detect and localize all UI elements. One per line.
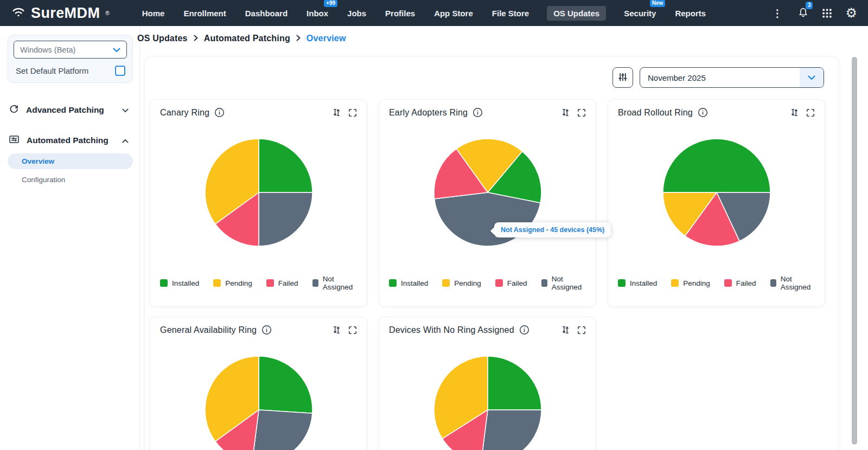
- legend-swatch-installed: [618, 279, 626, 287]
- legend-item-pending: Pending: [671, 275, 710, 291]
- nav-item-security[interactable]: SecurityNew: [623, 6, 657, 21]
- nav-item-reports[interactable]: Reports: [674, 6, 707, 21]
- wifi-logo-icon: [11, 5, 26, 21]
- chart-legend: InstalledPendingFailedNot Assigned: [389, 275, 586, 291]
- nav-item-profiles[interactable]: Profiles: [384, 6, 416, 21]
- pie-slice-installed[interactable]: [663, 139, 770, 192]
- info-icon[interactable]: [261, 325, 272, 335]
- legend-swatch-not-assigned: [770, 279, 776, 287]
- info-icon[interactable]: [214, 107, 225, 118]
- breadcrumb-item-automated-patching[interactable]: Automated Patching: [204, 34, 290, 43]
- fullscreen-icon[interactable]: [577, 326, 586, 335]
- pie-slice-installed[interactable]: [259, 139, 312, 192]
- legend-item-not-assigned: Not Assigned: [312, 275, 357, 291]
- legend-swatch-pending: [442, 279, 450, 287]
- info-icon[interactable]: [519, 325, 529, 335]
- chart-card-actions: [561, 108, 586, 117]
- sidebar-item-automated-patching[interactable]: Automated Patching: [9, 134, 129, 147]
- chart-card-header: Devices With No Ring Assigned: [389, 325, 586, 335]
- slice-tooltip: Not Assigned - 45 devices (45%): [494, 222, 611, 237]
- breadcrumb-separator-icon: [194, 34, 198, 43]
- platform-card: Windows (Beta) Set Default Platform: [8, 35, 133, 83]
- pie-slice-not-assigned[interactable]: [252, 410, 312, 450]
- nav-item-file-store[interactable]: File Store: [491, 6, 530, 21]
- month-select[interactable]: November 2025: [640, 67, 824, 88]
- nav-item-os-updates[interactable]: OS Updates: [547, 6, 606, 21]
- main-panel: November 2025 Canary RingInstalledPendin…: [144, 56, 839, 450]
- sidebar: Windows (Beta) Set Default Platform Adva…: [0, 26, 140, 450]
- pie-chart-area: [618, 138, 815, 247]
- legend-label: Failed: [507, 279, 527, 287]
- legend-item-installed: Installed: [389, 275, 428, 291]
- legend-label: Installed: [630, 279, 657, 287]
- legend-item-pending: Pending: [442, 275, 481, 291]
- chevron-down-icon: [122, 105, 129, 115]
- nav-item-enrollment[interactable]: Enrollment: [182, 6, 227, 21]
- chart-legend: InstalledPendingFailedNot Assigned: [160, 275, 357, 291]
- fullscreen-icon[interactable]: [348, 326, 357, 335]
- pie-chart-area: [160, 138, 357, 247]
- legend-swatch-installed: [389, 279, 397, 287]
- pie-slice-not-assigned[interactable]: [434, 192, 540, 246]
- brand-logo[interactable]: SureMDM®: [11, 5, 110, 22]
- sort-icon[interactable]: [561, 325, 570, 335]
- sort-icon[interactable]: [332, 325, 341, 335]
- fullscreen-icon[interactable]: [577, 108, 586, 117]
- nav-item-app-store[interactable]: App Store: [433, 6, 474, 21]
- set-default-platform-checkbox[interactable]: [115, 66, 125, 76]
- breadcrumb-item-os-updates[interactable]: OS Updates: [137, 34, 188, 43]
- pie-slice-not-assigned[interactable]: [481, 410, 541, 450]
- fullscreen-icon[interactable]: [348, 108, 357, 117]
- sidebar-item-advanced-patching[interactable]: Advanced Patching: [9, 104, 129, 116]
- chart-card-header: Broad Rollout Ring: [618, 107, 815, 118]
- chart-card-devices-with-no-ring-assigned: Devices With No Ring AssignedInstalledPe…: [379, 317, 596, 450]
- more-menu-icon[interactable]: ⋮: [770, 7, 784, 20]
- fullscreen-icon[interactable]: [806, 108, 815, 117]
- legend-swatch-not-assigned: [312, 279, 318, 287]
- scrollbar-thumb[interactable]: [852, 57, 857, 445]
- legend-swatch-not-assigned: [541, 279, 547, 287]
- legend-item-failed: Failed: [266, 275, 298, 291]
- legend-item-pending: Pending: [213, 275, 252, 291]
- pie-chart: [662, 138, 771, 247]
- sidebar-subitem-configuration[interactable]: Configuration: [8, 172, 133, 188]
- settings-gear-icon[interactable]: ⚙: [845, 7, 857, 20]
- legend-label: Pending: [683, 279, 710, 287]
- sort-icon[interactable]: [790, 108, 799, 117]
- registered-mark: ®: [105, 10, 109, 16]
- nav-item-inbox[interactable]: Inbox+99: [305, 6, 329, 21]
- nav-item-dashboard[interactable]: Dashboard: [244, 6, 289, 21]
- legend-swatch-failed: [266, 279, 274, 287]
- apps-grid-icon[interactable]: [822, 8, 832, 18]
- platform-select[interactable]: Windows (Beta): [14, 41, 127, 59]
- chart-card-general-availability-ring: General Availability RingInstalledPendin…: [150, 317, 367, 450]
- month-select-value: November 2025: [640, 73, 706, 82]
- breadcrumb-item-overview[interactable]: Overview: [307, 34, 346, 43]
- legend-label: Pending: [454, 279, 481, 287]
- brand-name: SureMDM: [31, 5, 100, 22]
- nav-item-home[interactable]: Home: [141, 6, 166, 21]
- chart-card-canary-ring: Canary RingInstalledPendingFailedNot Ass…: [150, 99, 367, 307]
- chart-card-actions: [332, 108, 357, 117]
- info-icon[interactable]: [473, 107, 483, 118]
- notifications-button[interactable]: 3: [797, 6, 809, 20]
- pie-chart-area: [160, 356, 357, 450]
- scrollbar-track[interactable]: [852, 54, 857, 450]
- nav-item-jobs[interactable]: Jobs: [346, 6, 367, 21]
- pie-slice-installed[interactable]: [488, 356, 541, 410]
- sort-icon[interactable]: [561, 108, 570, 117]
- pie-slice-not-assigned[interactable]: [259, 192, 312, 246]
- legend-label: Failed: [278, 279, 298, 287]
- pie-slice-installed[interactable]: [259, 356, 312, 413]
- set-default-platform-label: Set Default Platform: [16, 66, 88, 75]
- sidebar-subitem-overview[interactable]: Overview: [8, 153, 133, 169]
- legend-label: Not Assigned: [552, 275, 586, 291]
- filter-button[interactable]: [612, 67, 633, 88]
- legend-item-not-assigned: Not Assigned: [770, 275, 815, 291]
- sort-icon[interactable]: [332, 108, 341, 117]
- platform-select-value: Windows (Beta): [20, 46, 75, 54]
- chart-title: Devices With No Ring Assigned: [389, 325, 514, 335]
- filter-sliders-icon: [617, 72, 628, 84]
- info-icon[interactable]: [698, 107, 708, 118]
- nav-badge-inbox: +99: [324, 0, 337, 7]
